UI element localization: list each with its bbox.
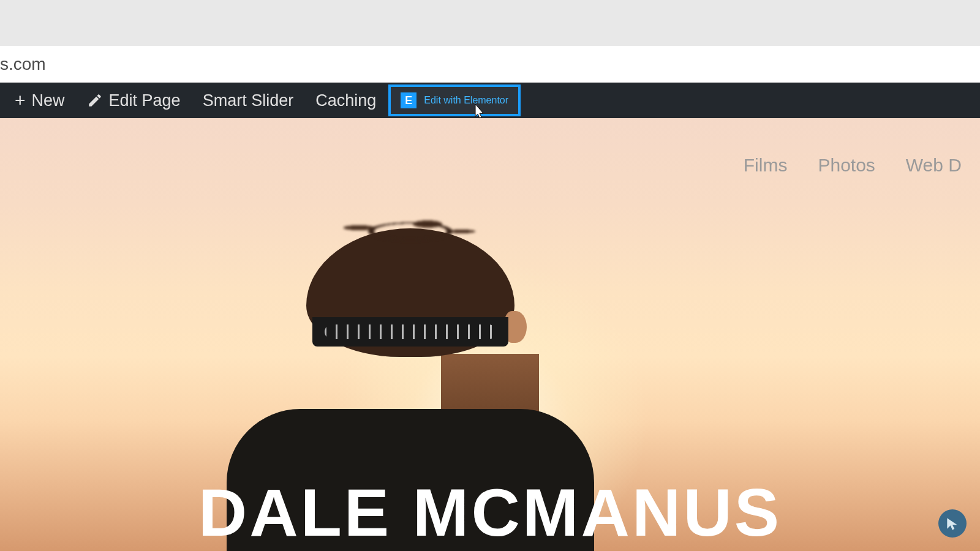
plus-icon: + [15, 90, 26, 111]
cursor-corner-icon [938, 509, 967, 538]
nav-item-webd[interactable]: Web D [906, 155, 962, 176]
pencil-icon [87, 92, 103, 108]
hero-title: DALE MCMANUS [198, 473, 782, 551]
new-label: New [32, 91, 65, 110]
nav-item-films[interactable]: Films [744, 155, 788, 176]
site-nav: Films Photos Web D [744, 155, 962, 176]
smart-slider-label: Smart Slider [203, 91, 294, 110]
elementor-label: Edit with Elementor [424, 95, 508, 106]
caching-label: Caching [315, 91, 376, 110]
browser-chrome [0, 0, 980, 46]
browser-url-bar[interactable]: s.com [0, 46, 980, 83]
wp-admin-bar: + New Edit Page Smart Slider Caching E E… [0, 83, 980, 118]
elementor-icon: E [401, 92, 417, 108]
hero-section: Films Photos Web D DALE MCMANUS [0, 118, 980, 551]
edit-with-elementor-button[interactable]: E Edit with Elementor Footer Page [388, 84, 521, 116]
person-hair [306, 228, 514, 357]
url-text: s.com [0, 54, 46, 74]
arrow-cursor-icon [944, 515, 960, 531]
new-button[interactable]: + New [4, 83, 76, 118]
smart-slider-button[interactable]: Smart Slider [192, 83, 305, 118]
nav-item-photos[interactable]: Photos [818, 155, 875, 176]
caching-button[interactable]: Caching [304, 83, 387, 118]
person-bandana [312, 317, 508, 347]
edit-page-button[interactable]: Edit Page [76, 83, 192, 118]
mouse-cursor [472, 103, 486, 120]
edit-page-label: Edit Page [109, 91, 181, 110]
